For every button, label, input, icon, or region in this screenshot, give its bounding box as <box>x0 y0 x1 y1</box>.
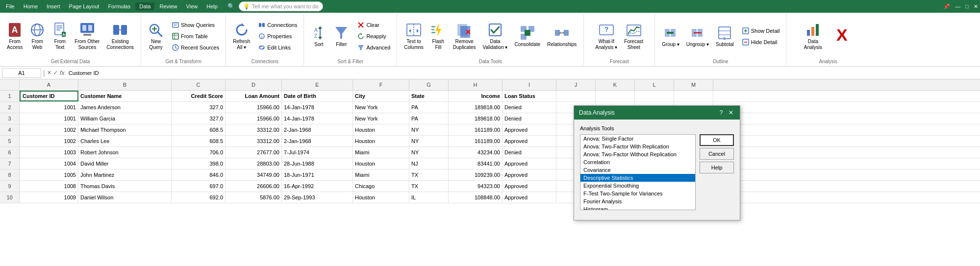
col-header-f[interactable]: F <box>353 79 409 90</box>
dialog-list-item[interactable]: Covariance <box>580 166 695 174</box>
cell-D9[interactable]: 26606.00 <box>226 181 282 192</box>
cell-c1[interactable]: Credit Score <box>172 91 226 101</box>
analysis-tools-listbox[interactable]: Anova: Single FactorAnova: Two-Factor Wi… <box>580 134 696 210</box>
menu-page-layout[interactable]: Page Layout <box>65 2 103 10</box>
cell-F10[interactable]: Houston <box>353 192 409 203</box>
subtotal-button[interactable]: Σ Subtotal <box>713 23 737 49</box>
clear-button[interactable]: Clear <box>355 20 393 30</box>
cell-I8[interactable]: Approved <box>503 169 556 180</box>
sort-button[interactable]: A Z Sort <box>308 23 329 49</box>
cell-A2[interactable]: 1001 <box>20 102 78 113</box>
cell-H2[interactable]: 189818.00 <box>449 102 503 113</box>
cell-A8[interactable]: 1005 <box>20 169 78 180</box>
col-header-i[interactable]: I <box>503 79 556 90</box>
forecast-sheet-button[interactable]: ForecastSheet <box>621 20 646 52</box>
cell-I10[interactable]: Approved <box>503 192 556 203</box>
cell-d1[interactable]: Loan Amount <box>226 91 282 101</box>
remove-duplicates-button[interactable]: RemoveDuplicates <box>450 20 479 52</box>
cell-e1[interactable]: Date of Birth <box>282 91 353 101</box>
cell-D5[interactable]: 33312.00 <box>226 136 282 146</box>
cell-D7[interactable]: 28803.00 <box>226 158 282 169</box>
cell-H5[interactable]: 161189.00 <box>449 136 503 146</box>
flash-fill-button[interactable]: FlashFill <box>427 20 449 52</box>
col-header-g[interactable]: G <box>409 79 449 90</box>
cell-E5[interactable]: 2-Jan-1968 <box>282 136 353 146</box>
menu-view[interactable]: View <box>182 2 202 10</box>
cell-F6[interactable]: Miami <box>353 147 409 158</box>
cell-G9[interactable]: TX <box>409 181 449 192</box>
cell-E3[interactable]: 14-Jan-1978 <box>282 113 353 124</box>
col-header-e[interactable]: E <box>282 79 353 90</box>
col-header-k[interactable]: K <box>596 79 635 90</box>
cell-g1[interactable]: State <box>409 91 449 101</box>
cell-E2[interactable]: 14-Jan-1978 <box>282 102 353 113</box>
cell-H6[interactable]: 43234.00 <box>449 147 503 158</box>
group-button[interactable]: Group ▾ <box>659 23 682 49</box>
cell-C10[interactable]: 692.0 <box>172 192 226 203</box>
cell-D2[interactable]: 15966.00 <box>226 102 282 113</box>
cell-A7[interactable]: 1004 <box>20 158 78 169</box>
cell-F8[interactable]: Miami <box>353 169 409 180</box>
cell-I5[interactable]: Approved <box>503 136 556 146</box>
formula-cancel-icon[interactable]: ✕ <box>47 70 51 76</box>
tell-me-bar[interactable]: 💡 Tell me what you want to do <box>239 1 323 11</box>
from-web-button[interactable]: FromWeb <box>26 20 48 52</box>
menu-formulas[interactable]: Formulas <box>104 2 134 10</box>
cell-C8[interactable]: 846.0 <box>172 169 226 180</box>
menu-help[interactable]: Help <box>202 2 222 10</box>
new-query-button[interactable]: NewQuery <box>145 20 167 52</box>
data-analysis-dialog[interactable]: Data Analysis ? ✕ Analysis Tools Anova: … <box>574 105 740 220</box>
from-table-button[interactable]: From Table <box>170 31 222 42</box>
menu-file[interactable]: File <box>2 2 19 10</box>
cell-I4[interactable]: Approved <box>503 124 556 135</box>
cell-H8[interactable]: 109239.00 <box>449 169 503 180</box>
dialog-cancel-button[interactable]: Cancel <box>700 148 734 160</box>
cell-A9[interactable]: 1008 <box>20 181 78 192</box>
menu-home[interactable]: Home <box>20 2 42 10</box>
formula-insert-function-icon[interactable]: fx <box>60 69 65 76</box>
cell-E6[interactable]: 7-Jul-1974 <box>282 147 353 158</box>
col-header-d[interactable]: D <box>226 79 282 90</box>
show-detail-button[interactable]: Show Detail <box>740 25 782 36</box>
cell-H3[interactable]: 189818.00 <box>449 113 503 124</box>
cell-E4[interactable]: 2-Jan-1968 <box>282 124 353 135</box>
cell-A5[interactable]: 1002 <box>20 136 78 146</box>
cell-G7[interactable]: NJ <box>409 158 449 169</box>
cell-E7[interactable]: 28-Jun-1988 <box>282 158 353 169</box>
cell-G10[interactable]: IL <box>409 192 449 203</box>
formula-confirm-icon[interactable]: ✓ <box>53 70 58 76</box>
name-box[interactable]: A1 <box>2 68 41 78</box>
cell-I3[interactable]: Denied <box>503 113 556 124</box>
menu-insert[interactable]: Insert <box>43 2 64 10</box>
cell-D4[interactable]: 33312.00 <box>226 124 282 135</box>
cell-A3[interactable]: 1001 <box>20 113 78 124</box>
cell-j1[interactable] <box>556 91 596 101</box>
dialog-list-item[interactable]: Fourier Analysis <box>580 197 695 205</box>
cell-H7[interactable]: 83441.00 <box>449 158 503 169</box>
cell-D8[interactable]: 34749.00 <box>226 169 282 180</box>
from-other-sources-button[interactable]: From OtherSources <box>72 20 102 52</box>
cell-G8[interactable]: TX <box>409 169 449 180</box>
recent-sources-button[interactable]: Recent Sources <box>170 42 222 53</box>
cell-b1[interactable]: Customer Name <box>78 91 172 101</box>
cell-I6[interactable]: Denied <box>503 147 556 158</box>
dialog-list-item[interactable]: Descriptive Statistics <box>580 174 695 182</box>
what-if-analysis-button[interactable]: ? What-IfAnalysis ▾ <box>592 20 620 52</box>
cell-C9[interactable]: 697.0 <box>172 181 226 192</box>
advanced-button[interactable]: Advanced <box>355 42 393 53</box>
cell-B9[interactable]: Thomas Davis <box>78 181 172 192</box>
properties-button[interactable]: i Properties <box>256 31 300 42</box>
refresh-all-button[interactable]: RefreshAll ▾ <box>230 20 253 52</box>
show-queries-button[interactable]: Show Queries <box>170 20 222 30</box>
text-to-columns-button[interactable]: Text toColumns <box>401 20 426 52</box>
cell-A6[interactable]: 1003 <box>20 147 78 158</box>
cell-F5[interactable]: Houston <box>353 136 409 146</box>
cell-m1[interactable] <box>674 91 713 101</box>
cell-G6[interactable]: NY <box>409 147 449 158</box>
cell-A10[interactable]: 1009 <box>20 192 78 203</box>
col-header-l[interactable]: L <box>635 79 674 90</box>
cell-a1[interactable]: Customer ID <box>20 91 78 101</box>
cell-F4[interactable]: Houston <box>353 124 409 135</box>
col-header-a[interactable]: A <box>20 79 78 90</box>
cell-F9[interactable]: Chicago <box>353 181 409 192</box>
